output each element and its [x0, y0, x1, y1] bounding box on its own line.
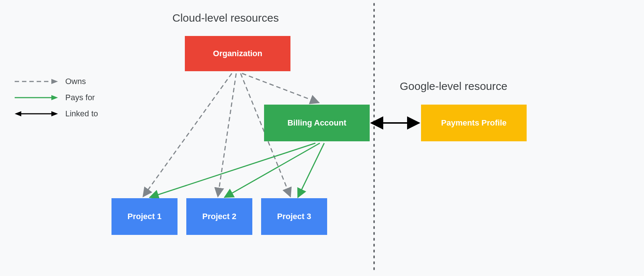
arrow-linked-icon — [15, 109, 59, 118]
svg-marker-3 — [51, 95, 58, 100]
cloud-level-title: Cloud-level resources — [172, 12, 279, 24]
project-3-box: Project 3 — [261, 198, 327, 235]
legend-row-owns: Owns — [15, 73, 98, 90]
billing-account-box: Billing Account — [264, 105, 370, 141]
arrow-pays-icon — [15, 93, 59, 102]
arrow-owns-icon — [15, 77, 59, 86]
project-2-box: Project 2 — [186, 198, 252, 235]
google-level-title: Google-level resource — [400, 80, 507, 92]
pays-billing-to-project3 — [298, 143, 324, 197]
svg-marker-6 — [51, 111, 58, 116]
organization-box: Organization — [185, 36, 290, 71]
pays-billing-to-project2 — [224, 143, 320, 197]
legend: Owns Pays for Linked to — [15, 73, 98, 122]
legend-label-linked: Linked to — [65, 109, 98, 119]
legend-label-pays: Pays for — [65, 93, 95, 102]
pays-billing-to-project1 — [150, 143, 315, 197]
svg-marker-1 — [51, 79, 58, 84]
owns-org-to-billing — [242, 73, 319, 103]
project-1-box: Project 1 — [111, 198, 178, 235]
legend-row-linked: Linked to — [15, 106, 98, 122]
payments-profile-box: Payments Profile — [421, 105, 527, 141]
owns-org-to-project2 — [218, 73, 236, 197]
legend-row-pays: Pays for — [15, 90, 98, 106]
legend-label-owns: Owns — [65, 77, 86, 86]
owns-org-to-project1 — [143, 73, 232, 197]
